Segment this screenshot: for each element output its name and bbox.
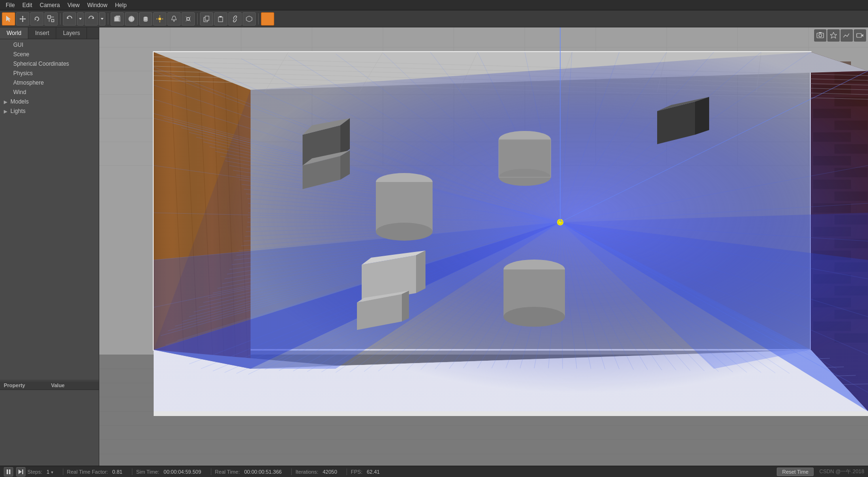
svg-marker-305 bbox=[830, 32, 837, 38]
tree-lights[interactable]: ▶ Lights bbox=[0, 106, 99, 116]
pause-button[interactable] bbox=[4, 467, 13, 477]
menu-edit[interactable]: Edit bbox=[18, 1, 36, 9]
tree-spacer2 bbox=[7, 52, 11, 57]
menu-bar: File Edit Camera View Window Help bbox=[0, 0, 868, 10]
steps-num: 1 bbox=[46, 469, 49, 475]
toolbar-sep-3 bbox=[197, 13, 198, 25]
svg-marker-13 bbox=[92, 17, 94, 19]
svg-marker-281 bbox=[695, 97, 709, 135]
status-sep-4 bbox=[291, 468, 292, 475]
tab-insert[interactable]: Insert bbox=[28, 27, 56, 39]
menu-help[interactable]: Help bbox=[111, 1, 130, 9]
rotate-tool[interactable] bbox=[30, 12, 43, 26]
value-col-header: Value bbox=[47, 381, 69, 390]
svg-rect-304 bbox=[819, 32, 822, 33]
svg-point-23 bbox=[158, 17, 161, 20]
undo-dropdown[interactable] bbox=[77, 12, 84, 26]
scene-view bbox=[99, 27, 868, 466]
svg-point-291 bbox=[376, 223, 433, 241]
real-time-item: Real Time: 00:00:00:51.366 bbox=[215, 469, 287, 475]
reset-time-button[interactable]: Reset Time bbox=[777, 468, 814, 476]
step-button[interactable] bbox=[16, 467, 26, 477]
svg-marker-310 bbox=[18, 469, 22, 474]
tree-spacer bbox=[7, 43, 11, 48]
menu-file[interactable]: File bbox=[2, 1, 18, 9]
chart-icon[interactable] bbox=[841, 29, 853, 42]
svg-line-33 bbox=[186, 20, 187, 21]
svg-point-30 bbox=[187, 17, 190, 20]
pin-icon[interactable] bbox=[827, 29, 840, 42]
point-light[interactable] bbox=[182, 12, 195, 26]
scale-tool[interactable] bbox=[44, 12, 58, 26]
tab-world[interactable]: World bbox=[0, 27, 28, 39]
svg-point-21 bbox=[144, 17, 148, 18]
undo-btn[interactable] bbox=[63, 12, 76, 26]
iterations-item: Iterations: 42050 bbox=[295, 469, 343, 475]
sun-light[interactable] bbox=[153, 12, 166, 26]
viewport[interactable] bbox=[99, 27, 868, 466]
svg-point-18 bbox=[129, 16, 134, 22]
rtf-item: Real Time Factor: 0.81 bbox=[67, 469, 128, 475]
svg-rect-308 bbox=[7, 469, 8, 474]
toolbar bbox=[0, 10, 868, 27]
toolbar-sep-4 bbox=[258, 13, 259, 25]
sensor-tool[interactable] bbox=[243, 12, 256, 26]
tree-list: GUI Scene Spherical Coordinates Physics … bbox=[0, 39, 99, 380]
svg-marker-5 bbox=[25, 18, 26, 19]
spot-light[interactable] bbox=[167, 12, 181, 26]
tree-spacer4 bbox=[7, 71, 11, 76]
copy-tool[interactable] bbox=[200, 12, 213, 26]
tree-gui[interactable]: GUI bbox=[0, 40, 99, 50]
svg-line-31 bbox=[186, 17, 187, 18]
tree-physics[interactable]: Physics bbox=[0, 69, 99, 78]
redo-dropdown[interactable] bbox=[99, 12, 105, 26]
select-tool[interactable] bbox=[2, 12, 15, 26]
toolbar-sep-2 bbox=[108, 13, 108, 25]
status-sep-2 bbox=[132, 468, 132, 475]
tree-scene[interactable]: Scene bbox=[0, 50, 99, 59]
tree-physics-label: Physics bbox=[13, 70, 33, 77]
tree-spacer5 bbox=[7, 80, 11, 86]
svg-rect-8 bbox=[52, 19, 54, 22]
orange-tool[interactable] bbox=[261, 12, 274, 26]
fps-value: 62.41 bbox=[367, 469, 380, 475]
svg-marker-6 bbox=[35, 19, 36, 20]
status-sep-3 bbox=[211, 468, 211, 475]
tree-models[interactable]: ▶ Models bbox=[0, 97, 99, 106]
tree-models-label: Models bbox=[10, 98, 29, 105]
link-tool[interactable] bbox=[228, 12, 242, 26]
svg-rect-311 bbox=[22, 469, 23, 474]
tree-spacer3 bbox=[7, 61, 11, 67]
tree-atmosphere[interactable]: Atmosphere bbox=[0, 78, 99, 87]
status-sep-5 bbox=[347, 468, 347, 475]
screenshot-icon[interactable] bbox=[814, 29, 826, 42]
svg-marker-11 bbox=[67, 17, 69, 19]
steps-arrow[interactable]: ▾ bbox=[51, 470, 53, 475]
svg-point-303 bbox=[819, 34, 822, 37]
menu-window[interactable]: Window bbox=[84, 1, 112, 9]
redo-btn[interactable] bbox=[85, 12, 98, 26]
tree-wind[interactable]: Wind bbox=[0, 87, 99, 97]
record-icon[interactable] bbox=[854, 29, 866, 42]
paste-tool[interactable] bbox=[214, 12, 227, 26]
menu-camera[interactable]: Camera bbox=[36, 1, 64, 9]
svg-rect-38 bbox=[219, 16, 222, 17]
translate-tool[interactable] bbox=[16, 12, 29, 26]
steps-label: Steps: 1 ▾ bbox=[27, 469, 59, 475]
sphere-shape[interactable] bbox=[125, 12, 138, 26]
menu-view[interactable]: View bbox=[64, 1, 84, 9]
property-col-header: Property bbox=[0, 381, 47, 390]
svg-marker-3 bbox=[22, 21, 24, 22]
svg-marker-294 bbox=[416, 251, 425, 293]
real-time-value: 00:00:00:51.366 bbox=[244, 469, 282, 475]
tab-layers[interactable]: Layers bbox=[56, 27, 87, 39]
tree-gui-label: GUI bbox=[13, 42, 23, 48]
tree-spherical-coords[interactable]: Spherical Coordinates bbox=[0, 59, 99, 69]
box-shape[interactable] bbox=[111, 12, 124, 26]
sim-time-value: 00:00:04:59.509 bbox=[164, 469, 201, 475]
tree-models-arrow: ▶ bbox=[4, 99, 9, 104]
svg-rect-36 bbox=[205, 16, 209, 20]
cylinder-shape[interactable] bbox=[139, 12, 152, 26]
tree-lights-label: Lights bbox=[10, 108, 26, 114]
tree-scene-label: Scene bbox=[13, 51, 29, 58]
